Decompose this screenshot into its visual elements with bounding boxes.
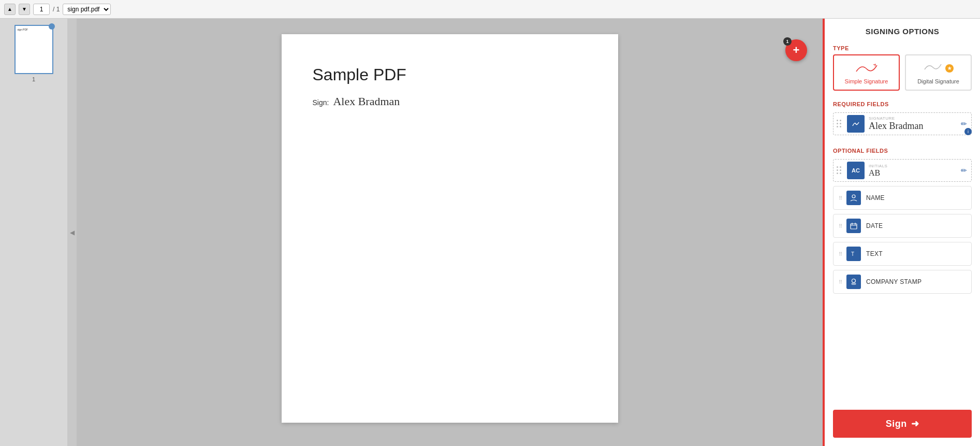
collapse-panel-button[interactable]: ◀ [67,19,77,446]
text-field-row: ⠿ T TEXT [833,242,972,266]
type-digital-signature[interactable]: ★ Digital Signature [905,54,972,91]
thumbnail-panel: sign PDF 1 [0,19,67,446]
sign-button-area: Sign ➜ [825,401,980,446]
company-stamp-field-row: ⠿ COMPANY STAMP [833,270,972,294]
sign-button-arrow-icon: ➜ [911,418,919,429]
svg-text:T: T [851,251,854,257]
simple-signature-label: Simple Signature [845,78,888,84]
type-simple-signature[interactable]: Simple Signature [833,54,900,91]
pdf-sign-label: Sign: [313,98,329,107]
signature-field-row: SIGNATURE Alex Bradman ✏ i [833,112,972,135]
digital-signature-icon: ★ [924,61,954,76]
name-icon-box [846,191,861,205]
optional-fields-label: OPTIONAL FIELDS [825,143,980,157]
page-down-button[interactable]: ▼ [19,4,30,15]
page-up-button[interactable]: ▲ [4,4,16,15]
optional-fields-section: AC INITIALS AB ✏ ⠿ NAME [825,157,980,302]
name-drag-handle[interactable]: ⠿ [839,195,842,201]
company-stamp-drag-handle[interactable]: ⠿ [839,279,842,285]
svg-point-0 [852,195,855,198]
company-stamp-icon-box [846,275,861,289]
signing-options-header: SIGNING OPTIONS [825,19,980,41]
initials-field-content: INITIALS AB [867,162,957,180]
pdf-page: Sample PDF Sign: Alex Bradman [282,34,618,423]
pdf-sign-line: Sign: Alex Bradman [313,95,587,108]
type-section-label: TYPE [825,41,980,54]
signing-panel: SIGNING OPTIONS TYPE Simple Signature [825,19,980,446]
date-field-label: DATE [866,222,883,229]
initials-field-row: AC INITIALS AB ✏ [833,159,972,182]
name-field-row: ⠿ NAME [833,186,972,210]
pdf-title: Sample PDF [313,65,587,84]
initials-field-value: AB [869,168,955,178]
signature-drag-handle[interactable] [833,116,845,132]
name-field-label: NAME [866,194,885,202]
signature-icon-box [847,115,865,133]
text-icon-box: T [846,247,861,261]
company-stamp-label: COMPANY STAMP [866,278,922,285]
signature-field-label: SIGNATURE [869,116,955,121]
filename-select[interactable]: sign pdf.pdf [63,4,111,15]
required-fields-section: SIGNATURE Alex Bradman ✏ i [825,110,980,143]
signature-field-content: SIGNATURE Alex Bradman [867,114,957,134]
svg-rect-1 [851,224,857,229]
sign-button[interactable]: Sign ➜ [833,410,972,438]
date-drag-handle[interactable]: ⠿ [839,223,842,229]
main-layout: sign PDF 1 ◀ Sample PDF Sign: Alex Bradm… [0,19,980,446]
sign-button-label: Sign [886,419,907,429]
simple-signature-icon [854,61,880,76]
svg-rect-7 [852,283,856,284]
initials-drag-handle[interactable] [833,162,845,179]
signature-info-badge: i [964,128,972,135]
add-button-badge: 1 [783,37,792,46]
initials-icon-box: AC [847,162,865,179]
thumbnail-text: sign PDF [18,28,28,31]
thumbnail-item-1[interactable]: sign PDF 1 [14,25,53,82]
signature-field-value: Alex Bradman [869,121,955,132]
svg-point-6 [852,279,856,283]
pdf-viewer: Sample PDF Sign: Alex Bradman 1 + [77,19,823,446]
digital-signature-label: Digital Signature [917,78,959,84]
text-drag-handle[interactable]: ⠿ [839,251,842,257]
add-icon: + [793,44,800,57]
type-options: Simple Signature ★ Digital Signature [825,54,980,97]
thumbnail-dot [49,23,55,30]
date-field-row: ⠿ DATE [833,214,972,238]
thumbnail-frame: sign PDF [14,25,53,74]
pdf-signature-value: Alex Bradman [333,95,400,108]
toolbar: ▲ ▼ / 1 sign pdf.pdf [0,0,980,19]
required-fields-label: REQUIRED FIELDS [825,97,980,110]
text-field-label: TEXT [866,250,883,257]
page-total-label: / 1 [53,6,60,13]
thumbnail-number: 1 [32,76,35,82]
add-button-overlay: 1 + [785,39,807,61]
add-button[interactable]: 1 + [785,39,807,61]
date-icon-box [846,219,861,233]
page-number-input[interactable] [33,4,50,15]
digital-badge-icon: ★ [945,64,954,73]
initials-edit-button[interactable]: ✏ [957,164,971,177]
initials-field-label: INITIALS [869,164,955,168]
